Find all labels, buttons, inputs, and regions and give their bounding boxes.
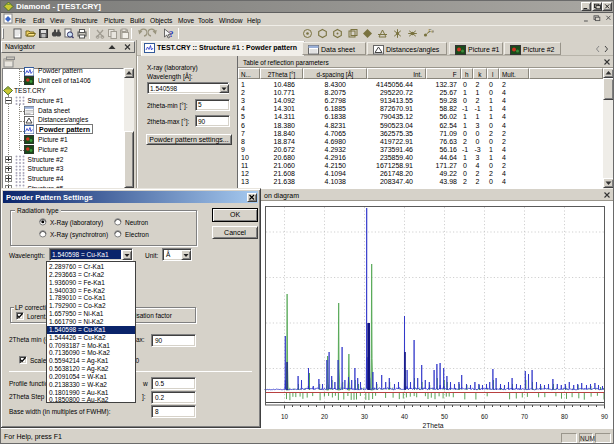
svg-text:50: 50 bbox=[441, 413, 449, 420]
svg-text:90: 90 bbox=[601, 413, 609, 420]
svg-text:60: 60 bbox=[481, 413, 489, 420]
svg-text:40: 40 bbox=[401, 413, 409, 420]
svg-text:30: 30 bbox=[361, 413, 369, 420]
svg-text:20: 20 bbox=[321, 413, 329, 420]
svg-text:70: 70 bbox=[521, 413, 529, 420]
svg-text:10: 10 bbox=[281, 413, 289, 420]
svg-text:80: 80 bbox=[561, 413, 569, 420]
